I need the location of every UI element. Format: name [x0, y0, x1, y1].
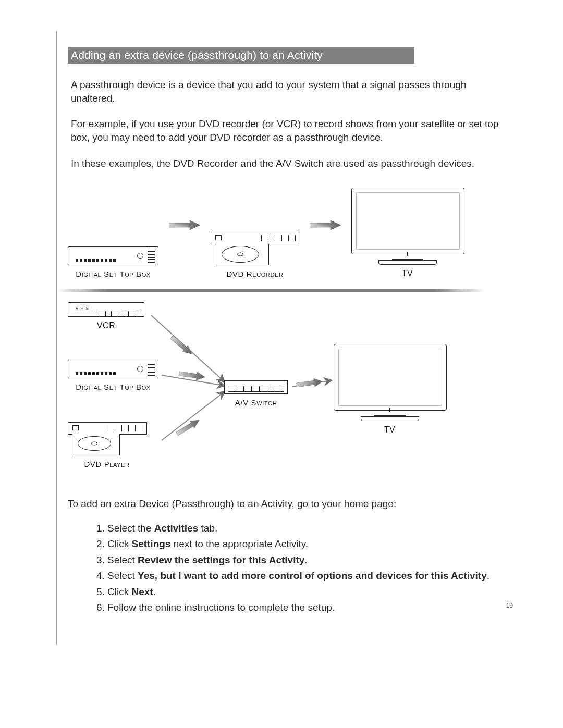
step-item: Select the Activities tab.	[107, 521, 495, 536]
arrow-icon	[169, 219, 200, 231]
svg-marker-6	[169, 334, 194, 357]
label-vcr: VCR	[97, 321, 116, 330]
device-av-switch: A/V Switch	[224, 380, 288, 407]
svg-marker-1	[310, 220, 341, 230]
label-dvd-player: DVD Player	[84, 460, 129, 468]
label-tv: TV	[402, 269, 413, 278]
step-bold: Settings	[131, 538, 170, 549]
arrow-icon	[310, 219, 341, 231]
step-text: .	[487, 570, 489, 581]
diagram-row-top: Digital Set Top Box DVD Recorder TV	[68, 188, 464, 278]
manual-page: Adding an extra device (passthrough) to …	[0, 0, 563, 728]
svg-line-3	[162, 375, 224, 386]
step-text: next to the appropriate Activity.	[170, 538, 308, 549]
step-text: Select	[107, 570, 138, 581]
step-bold: Yes, but I want to add more control of o…	[138, 570, 487, 581]
left-margin-rule	[56, 31, 57, 645]
paragraph-intro: A passthrough device is a device that yo…	[71, 78, 513, 105]
device-dvd-player: DVD Player	[68, 422, 146, 468]
steps-intro: To add an extra Device (Passthrough) to …	[68, 497, 516, 511]
step-bold: Next	[131, 586, 153, 597]
page-content: Adding an extra device (passthrough) to …	[68, 47, 516, 615]
step-item: Click Next.	[107, 585, 495, 600]
step-bold: Review the settings for this Activity	[138, 554, 304, 565]
step-item: Select Yes, but I want to add more contr…	[107, 569, 495, 584]
step-text: tab.	[198, 523, 217, 534]
step-text: Select the	[107, 523, 154, 534]
vcr-panel-text: V H S	[76, 306, 89, 311]
svg-marker-7	[179, 369, 206, 381]
paragraph-example: For example, if you use your DVD recorde…	[71, 117, 513, 144]
label-dvd-recorder: DVD Recorder	[227, 269, 284, 278]
diagram-divider	[57, 289, 485, 292]
label-set-top-box: Digital Set Top Box	[76, 382, 151, 391]
step-text: Follow the online instructions to comple…	[107, 602, 335, 613]
svg-line-5	[292, 380, 331, 387]
device-set-top-box: Digital Set Top Box	[68, 246, 158, 278]
passthrough-diagram: Digital Set Top Box DVD Recorder TV	[68, 188, 464, 485]
device-tv: TV	[351, 188, 463, 278]
step-text: Click	[107, 586, 131, 597]
label-av-switch: A/V Switch	[235, 398, 277, 407]
device-vcr: V H S VCR	[68, 302, 144, 330]
step-bold: Activities	[154, 523, 198, 534]
device-dvd-recorder: DVD Recorder	[211, 232, 299, 278]
label-tv: TV	[384, 425, 396, 435]
step-item: Click Settings next to the appropriate A…	[107, 537, 495, 552]
paragraph-examples-note: In these examples, the DVD Recorder and …	[71, 157, 513, 170]
steps-list: Select the Activities tab. Click Setting…	[94, 521, 516, 615]
step-text: Click	[107, 538, 131, 549]
svg-line-2	[151, 315, 224, 381]
step-text: Select	[107, 554, 138, 565]
svg-marker-0	[169, 220, 200, 230]
step-text: .	[304, 554, 307, 565]
step-item: Follow the online instructions to comple…	[107, 600, 495, 615]
svg-marker-8	[175, 417, 202, 438]
svg-marker-9	[296, 377, 323, 389]
device-tv: TV	[334, 344, 446, 435]
step-item: Select Review the settings for this Acti…	[107, 553, 495, 568]
label-set-top-box: Digital Set Top Box	[76, 269, 151, 278]
svg-line-4	[162, 392, 224, 440]
step-text: .	[153, 586, 156, 597]
section-heading: Adding an extra device (passthrough) to …	[68, 47, 414, 64]
diagram-cluster-bottom: V H S VCR Digital Set Top Box DVD Player…	[68, 302, 464, 485]
device-set-top-box: Digital Set Top Box	[68, 360, 158, 391]
page-number: 19	[506, 602, 513, 609]
